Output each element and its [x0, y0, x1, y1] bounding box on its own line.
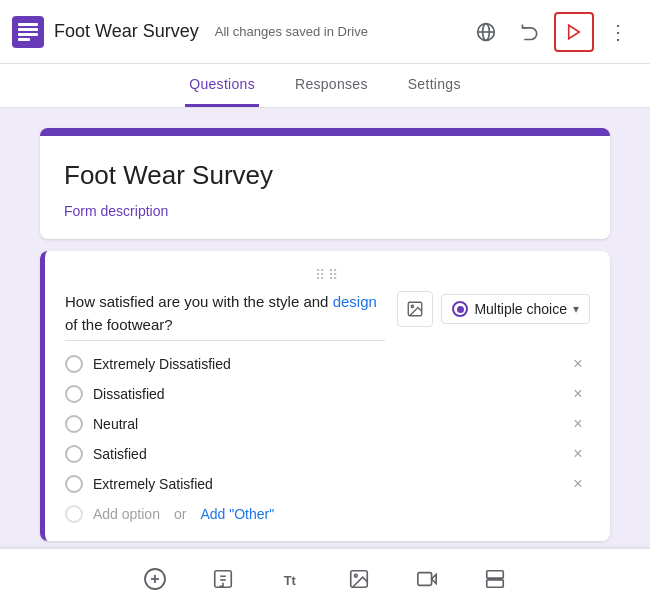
option-label-4[interactable]: Extremely Satisfied: [93, 476, 556, 492]
svg-text:Tt: Tt: [284, 573, 297, 588]
table-row: Extremely Satisfied ×: [65, 469, 590, 499]
save-status: All changes saved in Drive: [215, 24, 368, 39]
question-text-area: How satisfied are you with the style and…: [65, 291, 385, 341]
table-row: Dissatisfied ×: [65, 379, 590, 409]
chevron-down-icon: ▾: [573, 302, 579, 316]
add-option-text[interactable]: Add option: [93, 506, 160, 522]
more-button[interactable]: ⋮: [598, 12, 638, 52]
option-label-0[interactable]: Extremely Dissatisfied: [93, 356, 556, 372]
question-text[interactable]: How satisfied are you with the style and…: [65, 291, 385, 341]
question-type-select[interactable]: Multiple choice ▾: [441, 294, 590, 324]
svg-rect-0: [12, 16, 44, 48]
form-description[interactable]: Form description: [64, 203, 586, 219]
svg-rect-22: [487, 571, 504, 578]
svg-point-19: [354, 574, 357, 577]
radio-icon: [452, 301, 468, 317]
svg-rect-1: [18, 23, 38, 26]
svg-rect-20: [418, 573, 432, 586]
question-card: ⠿⠿ How satisfied are you with the style …: [40, 251, 610, 541]
add-question-button[interactable]: [137, 561, 173, 597]
tab-bar: Questions Responses Settings: [0, 64, 650, 108]
form-title-card: Foot Wear Survey Form description: [40, 128, 610, 239]
svg-rect-4: [18, 38, 30, 41]
delete-option-3[interactable]: ×: [566, 445, 590, 463]
question-top: How satisfied are you with the style and…: [65, 291, 590, 341]
send-button[interactable]: [554, 12, 594, 52]
add-option-row: Add option or Add "Other": [65, 499, 590, 529]
add-title-button[interactable]: Tt: [273, 561, 309, 597]
option-radio-2: [65, 415, 83, 433]
option-label-1[interactable]: Dissatisfied: [93, 386, 556, 402]
table-row: Extremely Dissatisfied ×: [65, 349, 590, 379]
delete-option-0[interactable]: ×: [566, 355, 590, 373]
question-text-part2: of the footwear?: [65, 316, 173, 333]
app-header: Foot Wear Survey All changes saved in Dr…: [0, 0, 650, 64]
tab-responses[interactable]: Responses: [291, 64, 372, 107]
tab-settings[interactable]: Settings: [404, 64, 465, 107]
add-video-button[interactable]: [409, 561, 445, 597]
table-row: Neutral ×: [65, 409, 590, 439]
option-label-3[interactable]: Satisfied: [93, 446, 556, 462]
options-list: Extremely Dissatisfied × Dissatisfied × …: [65, 349, 590, 499]
app-logo: [12, 16, 44, 48]
option-radio-4: [65, 475, 83, 493]
svg-rect-2: [18, 28, 38, 31]
question-text-highlighted: design: [333, 293, 377, 310]
svg-point-10: [412, 305, 414, 307]
option-label-2[interactable]: Neutral: [93, 416, 556, 432]
delete-option-2[interactable]: ×: [566, 415, 590, 433]
question-controls: Multiple choice ▾: [397, 291, 590, 327]
add-image-toolbar-button[interactable]: [341, 561, 377, 597]
app-title: Foot Wear Survey: [54, 21, 199, 42]
main-content: Foot Wear Survey Form description ⠿⠿ How…: [0, 108, 650, 561]
question-text-part1: How satisfied are you with the style and: [65, 293, 333, 310]
undo-button[interactable]: [510, 12, 550, 52]
table-row: Satisfied ×: [65, 439, 590, 469]
option-radio-3: [65, 445, 83, 463]
type-select-label: Multiple choice: [474, 301, 567, 317]
svg-rect-23: [487, 580, 504, 587]
import-questions-button[interactable]: [205, 561, 241, 597]
delete-option-4[interactable]: ×: [566, 475, 590, 493]
add-other-link[interactable]: Add "Other": [200, 506, 274, 522]
add-option-radio: [65, 505, 83, 523]
add-option-separator: or: [174, 506, 186, 522]
form-title[interactable]: Foot Wear Survey: [64, 160, 586, 191]
svg-rect-3: [18, 33, 38, 36]
add-image-button[interactable]: [397, 291, 433, 327]
delete-option-1[interactable]: ×: [566, 385, 590, 403]
drag-handle: ⠿⠿: [65, 267, 590, 283]
tab-questions[interactable]: Questions: [185, 64, 259, 107]
option-radio-0: [65, 355, 83, 373]
bottom-toolbar: Tt: [0, 548, 650, 609]
add-section-button[interactable]: [477, 561, 513, 597]
svg-marker-8: [569, 25, 580, 39]
globe-button[interactable]: [466, 12, 506, 52]
option-radio-1: [65, 385, 83, 403]
header-actions: ⋮: [466, 12, 638, 52]
